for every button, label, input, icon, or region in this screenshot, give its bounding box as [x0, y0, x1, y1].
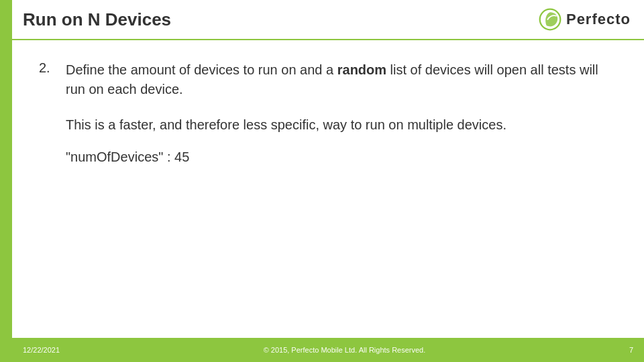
point-number: 2. — [39, 60, 59, 99]
point-2-text: Define the amount of devices to run on a… — [66, 60, 617, 99]
bold-random: random — [337, 62, 386, 77]
header: Run on N Devices Perfecto — [12, 0, 644, 40]
main-content: 2. Define the amount of devices to run o… — [12, 40, 644, 338]
left-accent-bar — [0, 0, 12, 362]
point-2-container: 2. Define the amount of devices to run o… — [39, 60, 617, 99]
footer-copyright: © 2015, Perfecto Mobile Ltd. All Rights … — [264, 346, 426, 354]
logo-text: Perfecto — [566, 11, 631, 28]
footer-date: 12/22/2021 — [23, 346, 60, 354]
footer: 12/22/2021 © 2015, Perfecto Mobile Ltd. … — [12, 338, 644, 362]
code-line: "numOfDevices" : 45 — [66, 149, 617, 165]
perfecto-logo-icon — [538, 7, 562, 32]
logo-container: Perfecto — [538, 7, 631, 32]
footer-page-number: 7 — [629, 346, 633, 354]
sub-paragraph: This is a faster, and therefore less spe… — [66, 115, 617, 135]
page-title: Run on N Devices — [23, 9, 171, 30]
